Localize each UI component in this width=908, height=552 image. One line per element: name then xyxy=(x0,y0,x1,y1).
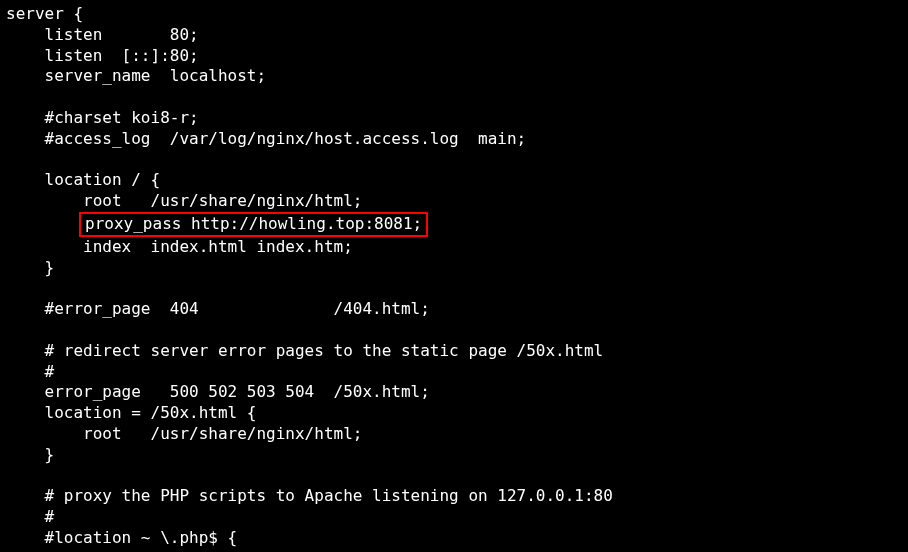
code-line: server_name localhost; xyxy=(6,66,266,85)
code-line: location / { xyxy=(6,170,160,189)
code-line: # xyxy=(6,507,54,526)
highlighted-line: proxy_pass http://howling.top:8081; xyxy=(79,212,428,237)
code-block: server { listen 80; listen [::]:80; serv… xyxy=(0,0,908,552)
code-line: location = /50x.html { xyxy=(6,403,256,422)
code-line: } xyxy=(6,445,54,464)
code-line: listen [::]:80; xyxy=(6,46,199,65)
code-line: # proxy the PHP scripts to Apache listen… xyxy=(6,486,613,505)
code-line-indent xyxy=(6,214,83,233)
code-line: #charset koi8-r; xyxy=(6,108,199,127)
code-line: error_page 500 502 503 504 /50x.html; xyxy=(6,382,430,401)
code-line: # xyxy=(6,362,54,381)
code-line: } xyxy=(6,258,54,277)
code-line: listen 80; xyxy=(6,25,199,44)
code-line: server { xyxy=(6,4,83,23)
code-line: root /usr/share/nginx/html; xyxy=(6,424,362,443)
code-line: #access_log /var/log/nginx/host.access.l… xyxy=(6,129,526,148)
code-line: index index.html index.htm; xyxy=(6,237,353,256)
code-line: root /usr/share/nginx/html; xyxy=(6,191,362,210)
code-line: #error_page 404 /404.html; xyxy=(6,299,430,318)
code-line: # redirect server error pages to the sta… xyxy=(6,341,603,360)
code-line: #location ~ \.php$ { xyxy=(6,528,237,547)
